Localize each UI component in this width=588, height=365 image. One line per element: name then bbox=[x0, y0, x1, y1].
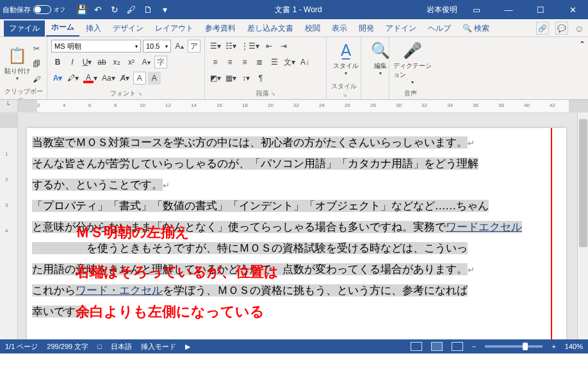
qat-dropdown-icon[interactable]: ▾ bbox=[159, 4, 170, 15]
superscript-icon[interactable]: x² bbox=[125, 56, 138, 69]
font-size-combo[interactable]: 10.5▾ bbox=[143, 40, 171, 53]
change-case-icon[interactable]: Aa▾ bbox=[101, 72, 117, 85]
autosave-toggle[interactable]: 自動保存 オフ bbox=[3, 5, 65, 15]
face-icon[interactable]: ☺ bbox=[575, 23, 584, 34]
scrollbar-thumb[interactable] bbox=[579, 119, 587, 247]
align-right-icon[interactable]: ≡ bbox=[238, 56, 251, 69]
decrease-indent-icon[interactable]: ⇤ bbox=[263, 40, 275, 53]
dictate-button[interactable]: 🎤 ディクテーション ▾ bbox=[393, 40, 432, 85]
vertical-scrollbar[interactable] bbox=[577, 113, 588, 339]
tab-insert[interactable]: 挿入 bbox=[81, 20, 106, 36]
ruler-horizontal[interactable]: L 24681012141618202224262830323436384042 bbox=[0, 100, 588, 113]
language-indicator[interactable]: 日本語 bbox=[111, 342, 132, 352]
justify-icon[interactable]: ≣ bbox=[253, 56, 266, 69]
distributed-icon[interactable]: ☰ bbox=[268, 56, 281, 69]
ribbon-options-icon[interactable]: ▭ bbox=[464, 1, 489, 19]
zoom-slider[interactable] bbox=[485, 345, 543, 348]
styles-label: スタイル bbox=[333, 61, 359, 70]
undo-icon[interactable]: ↶ bbox=[92, 4, 104, 15]
numbering-icon[interactable]: ☷▾ bbox=[224, 40, 238, 53]
subscript-icon[interactable]: x₂ bbox=[110, 56, 123, 69]
char-border-icon[interactable]: A bbox=[133, 72, 146, 85]
document-area: 1 2 3 4 当教室でＭＯＳ対策コースを学ぶ方の中には、初心者の方がたくさんい… bbox=[0, 113, 588, 339]
chevron-down-icon: ▾ bbox=[16, 76, 19, 81]
sort-icon[interactable]: A↓ bbox=[298, 56, 311, 69]
save-icon[interactable]: 💾 bbox=[76, 4, 87, 15]
chevron-down-icon: ▾ bbox=[411, 79, 414, 85]
italic-icon[interactable]: I bbox=[66, 56, 79, 69]
spellcheck-icon[interactable]: □ bbox=[97, 343, 102, 350]
zoom-level[interactable]: 140% bbox=[565, 343, 583, 350]
format-painter-icon[interactable]: 🖌 bbox=[30, 73, 43, 86]
cut-icon[interactable]: ✂ bbox=[30, 42, 43, 55]
tab-addins[interactable]: アドイン bbox=[380, 20, 421, 36]
group-font: MS 明朝▾ 10.5▾ A▴ ア B I U▾ ab x₂ x² A▾ 字 A… bbox=[47, 37, 205, 99]
read-mode-icon[interactable] bbox=[411, 342, 422, 351]
align-left-icon[interactable]: ≡ bbox=[209, 56, 222, 69]
close-icon[interactable]: ✕ bbox=[560, 1, 585, 19]
highlight-icon[interactable]: 🖍▾ bbox=[66, 72, 80, 85]
font-color-icon[interactable]: A▾ bbox=[82, 72, 99, 85]
tab-review[interactable]: 校閲 bbox=[300, 20, 325, 36]
comments-icon[interactable]: 💬 bbox=[555, 22, 568, 35]
dialog-launcher-icon[interactable]: ↘ bbox=[343, 92, 347, 98]
print-layout-icon[interactable] bbox=[431, 342, 443, 351]
tab-layout[interactable]: レイアウト bbox=[150, 20, 199, 36]
tab-home[interactable]: ホーム bbox=[46, 19, 79, 36]
clear-format-icon[interactable]: A̸▾ bbox=[118, 72, 131, 85]
collapse-ribbon-icon[interactable]: ⌃ bbox=[576, 37, 588, 99]
grow-font-icon[interactable]: A▴ bbox=[173, 40, 186, 53]
page-indicator[interactable]: 1/1 ページ bbox=[5, 342, 38, 352]
ruler-vertical[interactable]: 1 2 3 4 bbox=[0, 113, 18, 339]
styles-button[interactable]: A̲ スタイル ▾ bbox=[331, 40, 361, 76]
show-marks-icon[interactable]: ¶ bbox=[254, 72, 267, 85]
copy-icon[interactable]: 🗐 bbox=[30, 58, 43, 70]
asian-layout-icon[interactable]: 文▾ bbox=[282, 56, 297, 69]
tab-developer[interactable]: 開発 bbox=[354, 20, 379, 36]
account-name[interactable]: 岩本俊明 bbox=[427, 4, 457, 15]
web-layout-icon[interactable] bbox=[452, 342, 463, 351]
increase-indent-icon[interactable]: ⇥ bbox=[277, 40, 290, 53]
insert-mode[interactable]: 挿入モード bbox=[141, 342, 176, 352]
phonetic-guide-icon[interactable]: ア bbox=[188, 40, 200, 53]
tab-mailings[interactable]: 差し込み文書 bbox=[242, 20, 298, 36]
redo-icon[interactable]: ↻ bbox=[109, 4, 120, 15]
dialog-launcher-icon[interactable]: ↘ bbox=[271, 91, 275, 97]
ruler-mark: 32 bbox=[421, 102, 427, 108]
qat-icon-2[interactable]: 🗋 bbox=[142, 4, 154, 15]
char-shading-icon[interactable]: A bbox=[148, 72, 161, 85]
borders-icon[interactable]: ▦▾ bbox=[224, 72, 238, 85]
macro-icon[interactable]: ▶ bbox=[185, 343, 190, 351]
paste-button[interactable]: 📋 貼り付け ▾ bbox=[4, 40, 30, 86]
tab-search[interactable]: 🔍 検索 bbox=[457, 20, 494, 36]
tab-file[interactable]: ファイル bbox=[4, 20, 45, 36]
qat-icon-1[interactable]: 🖋 bbox=[126, 4, 137, 15]
document-page[interactable]: 当教室でＭＯＳ対策コースを学ぶ方の中には、初心者の方がたくさんいらっしゃいます。… bbox=[27, 128, 566, 339]
bullets-icon[interactable]: ☰▾ bbox=[209, 40, 222, 53]
text-effects-icon[interactable]: A▾ bbox=[51, 72, 64, 85]
bold-icon[interactable]: B bbox=[51, 56, 64, 69]
hyperlink[interactable]: ワード・エクセル bbox=[76, 284, 163, 296]
shrink-font-icon[interactable]: A▾ bbox=[140, 56, 152, 69]
zoom-out-icon[interactable]: − bbox=[472, 343, 476, 350]
share-icon[interactable]: 🔗 bbox=[536, 22, 549, 35]
hyperlink[interactable]: ワードエクセル bbox=[446, 221, 522, 233]
tab-references[interactable]: 参考資料 bbox=[200, 20, 241, 36]
tab-design[interactable]: デザイン bbox=[108, 20, 149, 36]
zoom-in-icon[interactable]: + bbox=[551, 343, 555, 350]
multilevel-icon[interactable]: ⋮☰▾ bbox=[240, 40, 261, 53]
tab-help[interactable]: ヘルプ bbox=[423, 20, 456, 36]
maximize-icon[interactable]: ☐ bbox=[528, 1, 553, 19]
shading-icon[interactable]: ◩▾ bbox=[209, 72, 222, 85]
dialog-launcher-icon[interactable]: ↘ bbox=[138, 91, 142, 97]
tab-view[interactable]: 表示 bbox=[327, 20, 352, 36]
enclose-chars-icon[interactable]: 字 bbox=[154, 56, 167, 69]
word-count[interactable]: 299/299 文字 bbox=[47, 342, 88, 352]
underline-icon[interactable]: U▾ bbox=[81, 56, 94, 69]
font-name-combo[interactable]: MS 明朝▾ bbox=[51, 40, 141, 53]
minimize-icon[interactable]: — bbox=[496, 1, 521, 19]
line-spacing-icon[interactable]: ↕▾ bbox=[240, 72, 252, 85]
strikethrough-icon[interactable]: ab bbox=[95, 56, 108, 69]
align-center-icon[interactable]: ≡ bbox=[224, 56, 236, 69]
ruler-mark: 12 bbox=[165, 102, 171, 108]
